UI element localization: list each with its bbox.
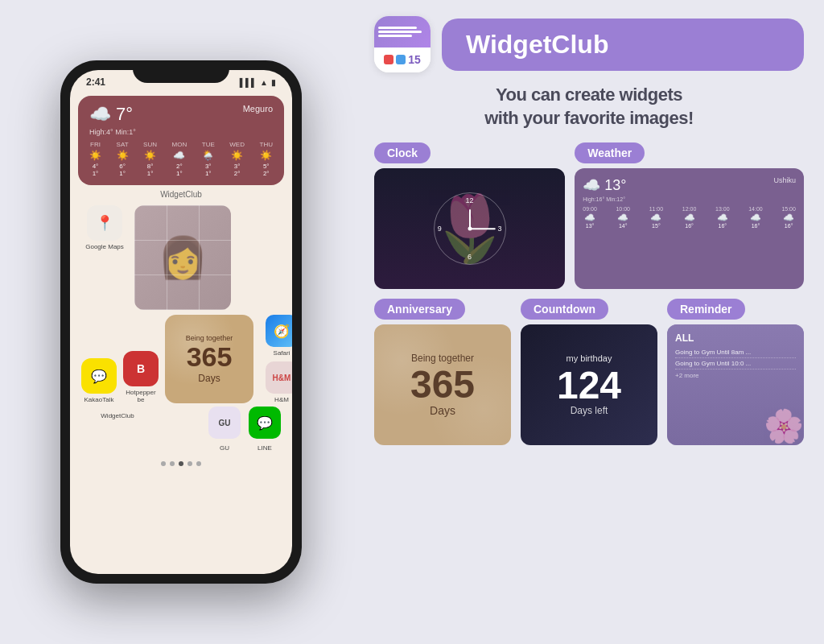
weather-widget: ☁️ 7° Meguro High:4° Min:1° FRI ☀️ 4°1° [78, 96, 284, 185]
weather-location: Meguro [243, 104, 273, 114]
maps-icon: 📍 [96, 214, 113, 232]
clock-category: Clock 🌷 12 3 6 9 [374, 142, 565, 289]
hm-icon: H&M [273, 374, 291, 382]
countdown-badge: Countdown [521, 299, 608, 320]
app-icon-safari[interactable]: 🧭 Safari [258, 315, 292, 357]
battery-icon: ▮ [271, 78, 276, 87]
dot-1 [161, 461, 166, 466]
weather-cloud-icon: ☁️ [89, 104, 111, 125]
app-label-kakao: KakaoTalk [84, 396, 114, 403]
app-icon-kakao[interactable]: 💬 KakaoTalk [81, 358, 117, 403]
widgetclub-screen-label: WidgetClub [70, 190, 292, 199]
app-logo: 15 [374, 16, 431, 72]
phone-time: 2:41 [86, 76, 105, 88]
photo-widget: 👩 [134, 205, 231, 310]
kakao-icon: 💬 [91, 369, 107, 384]
countdown-category: Countdown my birthday 124 Days left [521, 299, 657, 445]
forecast-fri: FRI ☀️ 4°1° [89, 141, 101, 177]
clock-badge: Clock [374, 142, 431, 163]
anniversary-badge: Anniversary [374, 299, 465, 320]
app-label-hm: H&M [274, 396, 289, 403]
anniversary-category: Anniversary Being together 365 Days [374, 299, 511, 445]
forecast-thu: THU ☀️ 5°2° [260, 141, 273, 177]
app-icon-maps[interactable]: 📍 Google Maps [81, 205, 128, 250]
tagline: You can create widgets with your favorit… [374, 84, 804, 130]
forecast-mon: MON ☁️ 2°1° [172, 141, 187, 177]
hotpepper-icon: B [137, 362, 145, 375]
weather-minmax: High:4° Min:1° [89, 128, 273, 136]
dot-5 [196, 461, 201, 466]
phone-anniversary-widget: Being together 365 Days [165, 315, 253, 403]
wifi-icon: ▲ [260, 78, 268, 87]
signal-icon: ▌▌▌ [240, 78, 257, 87]
app-icon-hm[interactable]: H&M H&M [258, 361, 292, 403]
weather-category: Weather ☁️ 13° Ushiku High:16° Min:12° 0… [575, 142, 804, 289]
weather-forecast: FRI ☀️ 4°1° SAT ☀️ 6°1° SUN ☀️ 8°1° [89, 141, 273, 177]
app-label-safari: Safari [274, 349, 290, 357]
forecast-wed: WED ☀️ 3°2° [229, 141, 245, 177]
app-name-block: WidgetClub [442, 19, 804, 71]
weather-badge: Weather [575, 142, 645, 163]
app-label-hotpepper: Hotpepper be [123, 389, 159, 403]
app-name: WidgetClub [466, 30, 608, 59]
forecast-tue: TUE 🌦️ 3°1° [202, 141, 215, 177]
app-icon-hotpepper[interactable]: B Hotpepper be [123, 351, 159, 403]
right-panel: 15 WidgetClub You can create widgets wit… [362, 0, 824, 644]
tagline-text: You can create widgets with your favorit… [374, 84, 804, 130]
forecast-sat: SAT ☀️ 6°1° [117, 141, 129, 177]
phone-screen: 2:41 ▌▌▌ ▲ ▮ ☁️ 7° Meguro High:4° Min [70, 70, 292, 574]
phone-notch [133, 60, 229, 83]
dot-4 [187, 461, 192, 466]
page-dots [70, 461, 292, 466]
dot-3 [179, 461, 183, 466]
app-header: 15 WidgetClub [374, 16, 804, 72]
reminder-badge: Reminder [667, 299, 745, 320]
dot-2 [170, 461, 175, 466]
safari-icon: 🧭 [274, 324, 290, 339]
phone-frame: 2:41 ▌▌▌ ▲ ▮ ☁️ 7° Meguro High:4° Min [60, 60, 302, 584]
app-label-maps: Google Maps [85, 243, 124, 250]
status-icons: ▌▌▌ ▲ ▮ [240, 78, 276, 87]
forecast-sun: SUN ☀️ 8°1° [143, 141, 157, 177]
reminder-category: Reminder ALL Going to Gym Until 8am ... … [667, 299, 804, 445]
phone-mockup-panel: 2:41 ▌▌▌ ▲ ▮ ☁️ 7° Meguro High:4° Min [0, 0, 362, 644]
weather-temp: 7° [116, 104, 133, 125]
